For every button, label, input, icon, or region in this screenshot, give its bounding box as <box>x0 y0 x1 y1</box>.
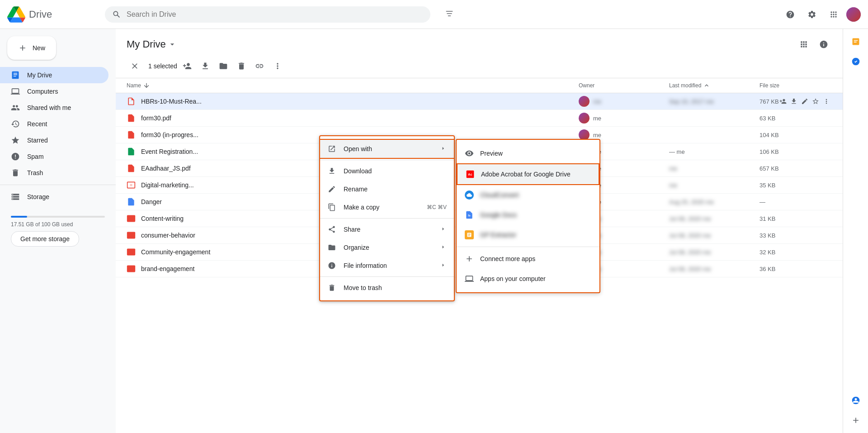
settings-button[interactable] <box>803 5 821 24</box>
adobe-icon: Ac <box>465 169 476 180</box>
file-info-arrow-icon <box>439 262 447 270</box>
apps-button[interactable] <box>825 5 843 24</box>
context-menu-item-download[interactable]: Download <box>320 162 454 180</box>
tasks-button[interactable] <box>847 52 865 71</box>
add-people-button[interactable] <box>778 96 788 107</box>
submenu-item-connect-apps[interactable]: Connect more apps <box>457 249 599 269</box>
more-row-button[interactable] <box>821 96 832 107</box>
submenu-divider <box>457 247 599 247</box>
contacts-button[interactable] <box>847 391 865 409</box>
cloudconvert-icon <box>464 190 475 200</box>
open-with-submenu: Preview Ac Adobe Acrobat for Google Driv… <box>456 139 600 293</box>
organize-label: Organize <box>344 244 432 251</box>
content-header: My Drive <box>116 29 843 56</box>
context-menu-item-make-copy[interactable]: Make a copy ⌘C ⌘V <box>320 198 454 216</box>
search-filter-button[interactable] <box>441 5 458 23</box>
grid-view-button[interactable] <box>796 36 812 52</box>
submenu-item-cloudconvert[interactable]: CloudConvert <box>457 185 599 205</box>
new-button[interactable]: New <box>7 36 56 60</box>
search-bar[interactable] <box>105 6 430 23</box>
expand-sidebar-button[interactable] <box>847 411 865 429</box>
share-label: Share <box>344 226 432 233</box>
help-button[interactable] <box>781 5 799 24</box>
submenu-item-computer-apps[interactable]: Apps on your computer <box>457 269 599 289</box>
sidebar-label-computers: Computers <box>27 88 58 95</box>
search-input[interactable] <box>127 10 423 19</box>
adobe-label: Adobe Acrobat for Google Drive <box>481 171 571 178</box>
download-row-button[interactable] <box>788 96 799 107</box>
table-row[interactable]: PDF HBRs-10-Must-Rea... me Sep 10, 2017 … <box>116 93 843 110</box>
cloudconvert-label: CloudConvert <box>480 191 519 199</box>
info-icon <box>327 261 336 270</box>
chevron-down-icon <box>168 40 177 49</box>
open-with-icon <box>327 144 336 153</box>
rename-label: Rename <box>344 186 447 193</box>
sidebar-label-recent: Recent <box>27 120 47 128</box>
column-name[interactable]: Name <box>127 82 579 89</box>
context-menu-item-rename[interactable]: Rename <box>320 180 454 198</box>
context-menu-item-open-with[interactable]: Open with Preview <box>319 139 455 159</box>
star-row-button[interactable] <box>810 96 821 107</box>
connect-apps-icon <box>464 253 475 264</box>
google-docs-icon <box>464 209 475 220</box>
sidebar-item-starred[interactable]: Starred <box>0 132 108 148</box>
selected-count: 1 selected <box>148 62 177 70</box>
move-toolbar-button[interactable] <box>215 58 231 74</box>
sidebar-item-shared[interactable]: Shared with me <box>0 100 108 116</box>
info-button[interactable] <box>816 36 832 52</box>
share-toolbar-button[interactable] <box>179 58 195 74</box>
column-last-modified[interactable]: Last modified <box>669 82 760 89</box>
download-toolbar-button[interactable] <box>197 58 213 74</box>
submenu-item-gp-extractor[interactable]: GP Extractor <box>457 225 599 245</box>
download-label: Download <box>344 167 447 175</box>
copy-icon <box>327 203 336 212</box>
get-storage-button[interactable]: Get more storage <box>11 231 79 247</box>
download-icon <box>327 167 336 176</box>
organize-arrow-icon <box>439 243 447 252</box>
organize-icon <box>327 243 336 252</box>
context-menu-item-file-info[interactable]: File information <box>320 257 454 275</box>
trash-icon <box>327 283 336 292</box>
clear-selection-button[interactable] <box>127 58 143 74</box>
make-copy-label: Make a copy <box>344 204 420 211</box>
drive-logo-icon <box>7 5 25 24</box>
more-actions-button[interactable] <box>269 58 286 74</box>
submenu-item-adobe[interactable]: Ac Adobe Acrobat for Google Drive <box>457 163 599 185</box>
open-with-label: Open with <box>344 145 432 152</box>
avatar[interactable] <box>846 7 861 22</box>
logo-area: Drive <box>7 5 98 24</box>
storage-bar-fill <box>11 216 27 218</box>
sidebar-item-trash[interactable]: Trash <box>0 165 108 181</box>
share-arrow-icon <box>439 225 447 234</box>
svg-text:PDF: PDF <box>130 101 134 104</box>
app-header: Drive <box>0 0 868 29</box>
context-menu-item-trash[interactable]: Move to trash <box>320 279 454 297</box>
my-drive-title-text: My Drive <box>127 38 166 50</box>
sidebar-item-spam[interactable]: Spam <box>0 148 108 165</box>
content-area: My Drive <box>116 29 843 433</box>
sidebar-item-storage[interactable]: Storage <box>0 189 108 205</box>
sidebar-item-computers[interactable]: Computers <box>0 83 108 100</box>
submenu-item-preview[interactable]: Preview <box>457 143 599 163</box>
delete-toolbar-button[interactable] <box>233 58 250 74</box>
submenu-item-google-docs[interactable]: Google Docs <box>457 205 599 225</box>
keep-notes-button[interactable] <box>847 33 865 51</box>
column-file-size: File size <box>760 82 814 89</box>
connect-apps-label: Connect more apps <box>480 255 535 262</box>
my-drive-title[interactable]: My Drive <box>127 38 177 50</box>
sidebar-item-my-drive[interactable]: My Drive <box>0 67 108 83</box>
context-menu-item-organize[interactable]: Organize <box>320 238 454 257</box>
storage-text: 17.51 GB of 100 GB used <box>11 221 105 228</box>
context-menu-divider-3 <box>320 276 454 277</box>
search-icon <box>112 10 121 19</box>
sidebar-item-recent[interactable]: Recent <box>0 116 108 132</box>
context-menu-item-share[interactable]: Share <box>320 220 454 238</box>
open-with-arrow-icon <box>439 145 447 153</box>
copy-link-button[interactable] <box>251 58 268 74</box>
header-actions <box>781 5 861 24</box>
preview-icon <box>464 148 475 159</box>
table-row[interactable]: form30.pdf me 63 KB <box>116 110 843 127</box>
sidebar-label-storage: Storage <box>27 193 49 200</box>
gp-extractor-icon <box>464 229 475 240</box>
edit-row-button[interactable] <box>799 96 810 107</box>
